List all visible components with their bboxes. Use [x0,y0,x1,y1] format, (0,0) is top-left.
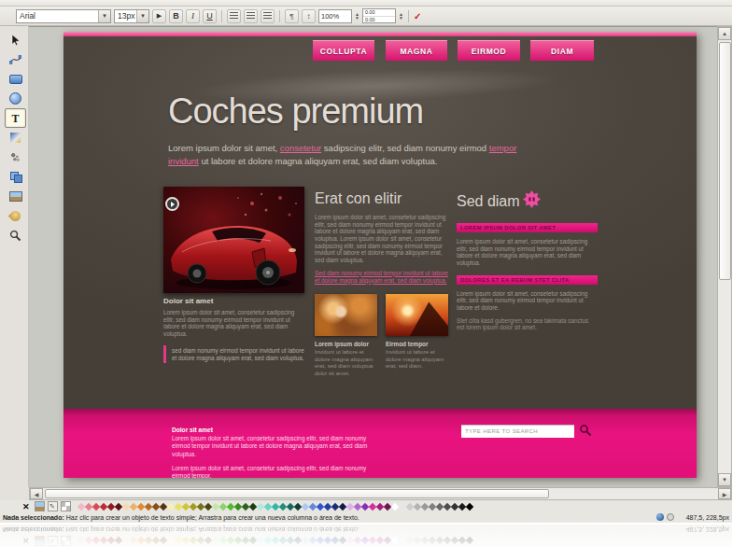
section-bar[interactable]: DOLORES ET EA REBUM STET CLITA [457,275,598,285]
search-icon[interactable] [579,424,592,437]
scroll-up-button[interactable]: ▲ [718,27,731,40]
spray-dots-icon [10,152,21,162]
vertical-scroll-thumb[interactable] [719,42,731,280]
thumbnail-figure: Eirmod tempor Invidunt ut labore et dolo… [386,294,448,377]
rectangle-tool-button[interactable] [5,69,26,89]
align-left-icon [230,12,238,20]
paragraph-spacing-icon: ¶ [289,12,293,21]
align-right-button[interactable] [261,9,275,23]
image-badge-icon[interactable] [165,197,179,211]
footer-heading: Dolor sit amet [172,427,379,433]
palette-swatch[interactable] [465,502,472,510]
column-body: Lorem ipsum dolor sit amet, consetetur s… [315,214,452,264]
scroll-down-button[interactable]: ▼ [718,473,731,486]
align-left-button[interactable] [227,9,241,23]
palette-edit-button[interactable]: ✎ [48,501,58,511]
ellipse-icon [9,92,21,105]
align-right-icon [263,12,272,20]
sunset-photo[interactable] [386,294,448,336]
rectangle-icon [9,75,22,84]
column-link[interactable]: Sed diam nonumy eirmod tempor invidunt u… [315,270,452,285]
text-direction-button[interactable]: ▶ [152,9,166,23]
line-height-spinbox[interactable]: 100% [318,9,352,23]
underline-button[interactable]: U [203,9,217,23]
starburst-badge-icon [523,190,541,208]
spinner-arrows-icon[interactable]: ▲▼ [399,12,403,20]
ellipse-tool-button[interactable] [5,89,26,108]
font-family-select[interactable]: Arial ▼ [16,9,111,23]
transparency-checker-swatch[interactable] [61,501,71,511]
footer-line: Lorem ipsum dolor sit amet, consetetur s… [172,435,379,458]
align-center-button[interactable] [244,9,258,23]
box3d-tool-button[interactable] [5,167,26,187]
gradient-icon [10,133,21,143]
calligraphy-tool-button[interactable] [5,206,26,226]
car-photo[interactable] [163,187,304,293]
toolbox: T [0,26,29,487]
footer-line: Lorem ipsum dolor sit amet, consetetur s… [172,465,379,478]
reflection-fade-overlay [0,521,747,560]
scroll-right-button[interactable]: ▶ [718,488,731,499]
quote-text: sed diam nonumy eirmod tempor invidunt u… [172,347,305,362]
word-spacing-icon: ↕ [307,12,311,21]
image-tool-button[interactable] [5,187,26,206]
pull-quote: sed diam nonumy eirmod tempor invidunt u… [163,345,305,364]
design-page[interactable]: COLLUPTA MAGNA EIRMOD DIAM Coches premiu… [63,32,697,478]
search-input[interactable] [461,425,574,438]
figure-text: Invidunt ut labore et dolore magna aliqu… [386,349,448,371]
gradient-tool-button[interactable] [5,128,26,147]
cursor-coordinates: 487,5, 228,5px [686,514,729,521]
design-nav-tab[interactable]: EIRMOD [458,40,520,61]
red-car-image [163,187,304,293]
selector-tool-button[interactable] [5,30,26,49]
arrow-right-icon: ▶ [157,12,162,20]
bold-button[interactable]: B [169,9,183,23]
remove-kerns-icon[interactable]: ✓ [414,11,421,21]
image-icon [9,191,22,202]
horizontal-scrollbar[interactable]: ◀ ▶ [29,487,732,500]
section-bar[interactable]: LOREM IPSUM DOLOR SIT AMET [457,223,598,232]
hero-link-consetetur[interactable]: consetetur [280,143,321,153]
text-tool-icon: T [11,113,19,124]
thumbnail-row: Lorem ipsum dolor Invidunt ut labore et … [315,294,452,377]
no-color-swatch[interactable]: ✕ [22,502,30,511]
font-size-select[interactable]: 13px ▼ [114,9,149,23]
line-spacing-button[interactable]: ¶ [285,9,299,23]
horizontal-scroll-thumb[interactable] [45,489,549,498]
column-heading-text: Sed diam [457,193,520,209]
column-body: Lorem ipsum dolor sit amet, consetetur s… [457,238,598,267]
rotation-indicator-icon [667,513,674,521]
chevron-down-icon[interactable]: ▼ [136,10,148,22]
design-nav-tab[interactable]: COLLUPTA [313,40,374,61]
spinner-arrows-icon[interactable]: ▲▼ [355,12,359,20]
cubes-icon [10,172,21,182]
clipped-command-bar [0,0,732,7]
magnifier-icon [9,230,21,242]
node-tool-button[interactable] [5,49,26,69]
figure-text: Invidunt ut labore et dolore magna aliqu… [315,349,377,377]
kern-value: 0.00 [363,17,395,23]
kerning-spinboxes[interactable]: 0.00 0.00 [362,8,396,23]
text-toolbar: Arial ▼ 13px ▼ ▶ B I U ¶ ↕ 100% ▲▼ 0.00 … [0,7,732,26]
vertical-scrollbar[interactable]: ▲ ▼ [717,26,732,487]
design-nav-tab[interactable]: DIAM [530,40,594,61]
align-center-icon [247,12,255,20]
cursor-arrow-icon [10,34,21,46]
tweak-tool-button[interactable] [5,147,26,167]
drawing-canvas[interactable]: COLLUPTA MAGNA EIRMOD DIAM Coches premiu… [29,26,717,488]
text-tool-button[interactable]: T [5,108,26,128]
status-icons [656,513,674,521]
toolbar-separator [221,10,222,22]
middle-column: Erat con elitir Lorem ipsum dolor sit am… [315,190,452,377]
italic-button[interactable]: I [186,9,200,23]
word-spacing-button[interactable]: ↕ [302,9,316,23]
letter-spacing-value: 0.00 [363,9,395,17]
design-footer: Dolor sit amet Lorem ipsum dolor sit ame… [63,409,697,478]
chevron-down-icon[interactable]: ▼ [98,10,110,22]
column-body: Lorem ipsum dolor sit amet, consetetur s… [457,290,598,312]
palette-image-button[interactable] [35,501,45,511]
autumn-photo[interactable] [315,294,377,336]
zoom-tool-button[interactable] [5,226,26,245]
scroll-left-button[interactable]: ◀ [30,488,43,499]
design-nav-tab[interactable]: MAGNA [386,40,447,61]
